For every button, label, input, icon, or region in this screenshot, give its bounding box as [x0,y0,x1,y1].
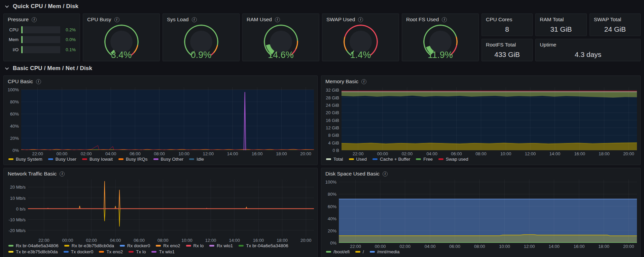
panel-header[interactable]: SWAP Total [590,14,640,23]
panel-header[interactable]: Sys Load i [163,14,239,23]
panel-header[interactable]: Root FS Used i [402,14,478,23]
legend-swatch [82,158,87,160]
section-header-basic[interactable]: Basic CPU / Mem / Net / Disk [3,64,641,73]
legend-item[interactable]: Rx docker0 [120,243,150,248]
x-tick-label: 10:00 [181,238,192,243]
panel-header[interactable]: Memory Basic i [321,76,640,85]
legend-item[interactable]: Rx wlo1 [209,243,233,248]
pressure-row-cpu: CPU 0.2% [8,26,76,33]
legend-item[interactable]: Free [416,157,433,162]
legend-item[interactable]: Tx br-04a6e5a34806 [239,243,288,248]
x-tick-label: 02:00 [81,151,92,156]
panel-rootfs-total: RootFS Total 433 GiB [481,39,533,61]
x-tick-label: 18:00 [276,151,287,156]
panel-header[interactable]: RAM Used i [243,14,319,23]
legend-item[interactable]: Swap used [438,157,468,162]
info-icon[interactable]: i [361,79,366,84]
legend-item[interactable]: Rx lo [186,243,204,248]
panel-header[interactable]: Uptime [536,39,640,49]
panel-title: Root FS Used [406,17,439,23]
legend-item[interactable]: Busy IRQs [118,157,148,162]
legend-item[interactable]: Idle [189,157,204,162]
legend-swatch [189,158,194,160]
legend-item[interactable]: Rx br-e3b75d8cb0da [64,243,114,248]
y-tick-label: 80% [10,99,19,104]
legend-item[interactable]: Tx docker0 [64,249,94,254]
network-traffic-chart[interactable] [28,180,314,237]
x-tick-label: 22:00 [32,151,43,156]
pressure-bar-fill [21,46,23,53]
panel-header[interactable]: CPU Basic i [4,76,317,85]
y-tick-label: 20 Mb/s [10,185,26,190]
x-tick-label: 04:00 [426,151,437,156]
legend-label: Cache + Buffer [380,157,410,162]
section-header-quick[interactable]: Quick CPU / Mem / Disk [3,2,641,11]
panel-title: RAM Used [247,17,272,23]
legend-swatch [416,158,421,160]
legend-item[interactable]: Busy Iowait [82,157,113,162]
panel-title: Disk Space Used Basic [325,171,380,177]
legend-swatch [156,245,161,247]
info-icon[interactable]: i [114,17,119,22]
x-tick-label: 08:00 [475,151,487,156]
x-axis: 22:0000:0002:0004:0006:0008:0010:0012:00… [28,237,314,243]
panel-pressure: Pressure i CPU 0.2% Mem 0.0% I/O 0.1% [3,13,80,61]
legend-label: Rx wlo1 [217,243,233,248]
legend-label: Busy System [16,157,42,162]
network-traffic-legend: Rx br-04a6e5a34806Rx br-e3b75d8cb0daRx d… [4,243,317,256]
legend-item[interactable]: Tx wlo1 [151,249,175,254]
panel-header[interactable]: Network Traffic Basic i [4,168,317,178]
info-icon[interactable]: i [60,171,65,176]
cpu-basic-chart[interactable] [21,87,314,150]
legend-swatch [349,158,354,160]
legend-item[interactable]: Cache + Buffer [372,157,410,162]
panel-header[interactable]: CPU Cores [482,14,532,23]
disk-space-chart[interactable] [339,180,637,243]
legend-label: Busy Iowait [90,157,113,162]
legend-item[interactable]: Tx br-e3b75d8cb0da [8,249,58,254]
legend-item[interactable]: Tx eno2 [99,249,123,254]
y-axis: -20 Mb/s-10 Mb/s0 b/s10 Mb/s20 Mb/s [6,180,28,237]
info-icon[interactable]: i [192,17,197,22]
legend-item[interactable]: Rx br-04a6e5a34806 [8,243,59,248]
stat-value: 4.3 days [536,49,640,61]
panel-sys-load: Sys Load i 0.9% [163,13,240,61]
legend-item[interactable]: /mnt/media [370,249,400,254]
legend-item[interactable]: Tx lo [129,249,146,254]
legend-item[interactable]: Busy User [48,157,76,162]
panel-header[interactable]: RAM Total [536,14,586,23]
panel-cpu-basic: CPU Basic i 0%20%40%60%80%100% 22:0000:0… [3,75,318,165]
memory-basic-chart[interactable] [342,87,637,150]
x-tick-label: 18:00 [598,244,609,249]
y-axis: 0 B4 GiB8 GiB12 GiB16 GiB20 GiB24 GiB28 … [323,87,342,150]
y-tick-label: -20 Mb/s [8,228,26,233]
legend-swatch [64,251,69,253]
panel-header[interactable]: Disk Space Used Basic i [321,168,640,178]
panel-header[interactable]: RootFS Total [482,39,532,49]
panel-header[interactable]: Pressure i [4,14,80,23]
legend-item[interactable]: Total [326,157,343,162]
y-tick-label: 80% [328,192,336,197]
info-icon[interactable]: i [358,17,363,22]
info-icon[interactable]: i [275,17,280,22]
legend-item[interactable]: Rx eno2 [156,243,180,248]
info-icon[interactable]: i [442,17,447,22]
legend-item[interactable]: Busy Other [153,157,184,162]
info-icon[interactable]: i [383,171,388,176]
x-tick-label: 14:00 [229,238,240,243]
x-tick-label: 16:00 [253,238,264,243]
info-icon[interactable]: i [32,17,37,22]
legend-item[interactable]: Busy System [8,157,42,162]
panel-header[interactable]: CPU Busy i [83,14,159,23]
pressure-row-mem: Mem 0.0% [8,36,76,43]
x-tick-label: 18:00 [277,238,288,243]
chevron-down-icon [5,4,9,8]
legend-label: Tx lo [136,249,146,254]
pressure-bar-fill [21,26,23,33]
panel-header[interactable]: SWAP Used i [322,14,399,23]
info-icon[interactable]: i [36,79,41,84]
legend-item[interactable]: Used [349,157,367,162]
legend-item[interactable]: /boot/efi [326,249,350,254]
legend-item[interactable]: / [355,249,364,254]
panel-memory-basic: Memory Basic i 0 B4 GiB8 GiB12 GiB16 GiB… [321,75,641,165]
